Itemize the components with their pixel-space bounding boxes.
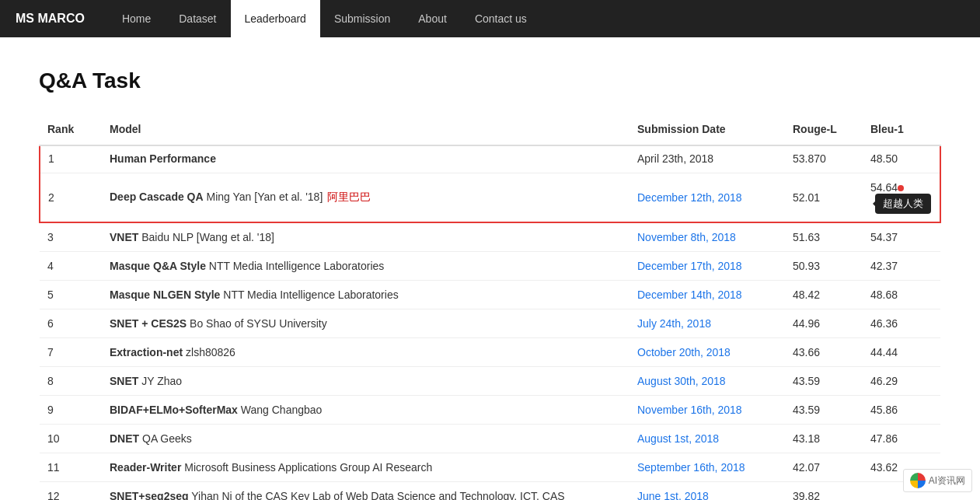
table-row: 6SNET + CES2S Bo Shao of SYSU University…: [40, 309, 940, 338]
date-link[interactable]: June 1st, 2018: [637, 490, 709, 500]
cell-date[interactable]: October 20th, 2018: [630, 338, 785, 367]
nav-home[interactable]: Home: [108, 0, 165, 37]
cell-date[interactable]: August 30th, 2018: [630, 367, 785, 396]
cell-bleu: 48.50: [863, 145, 940, 173]
cell-rouge: 39.82: [785, 482, 863, 501]
cell-bleu: 46.36: [863, 309, 940, 338]
col-header-model: Model: [102, 117, 630, 145]
cell-date[interactable]: December 17th, 2018: [630, 252, 785, 281]
col-header-date: Submission Date: [630, 117, 785, 145]
cell-rouge: 43.59: [785, 367, 863, 396]
cell-rouge: 52.01: [785, 173, 863, 223]
cell-rouge: 53.870: [785, 145, 863, 173]
table-row: 9BIDAF+ELMo+SofterMax Wang ChangbaoNovem…: [40, 396, 940, 425]
cell-rank: 5: [40, 281, 102, 309]
model-name-bold: BIDAF+ELMo+SofterMax: [110, 404, 238, 416]
nav-submission[interactable]: Submission: [320, 0, 404, 37]
cell-model: BIDAF+ELMo+SofterMax Wang Changbao: [102, 396, 630, 425]
cell-date[interactable]: December 14th, 2018: [630, 281, 785, 309]
model-chinese-name: 阿里巴巴: [327, 191, 371, 203]
table-row: 11Reader-Writer Microsoft Business Appli…: [40, 453, 940, 482]
table-row: 8SNET JY ZhaoAugust 30th, 201843.5946.29: [40, 367, 940, 396]
date-link[interactable]: December 17th, 2018: [637, 260, 742, 272]
cell-date[interactable]: July 24th, 2018: [630, 309, 785, 338]
col-header-rouge: Rouge-L: [785, 117, 863, 145]
model-name-rest: Wang Changbao: [238, 404, 322, 416]
cell-rouge: 43.59: [785, 396, 863, 425]
table-row: 12SNET+seq2seq Yihan Ni of the CAS Key L…: [40, 482, 940, 501]
cell-rouge: 51.63: [785, 222, 863, 252]
date-link[interactable]: October 20th, 2018: [637, 346, 731, 358]
cell-bleu: 47.86: [863, 425, 940, 453]
cell-rouge: 50.93: [785, 252, 863, 281]
model-name-rest: Microsoft Business Applications Group AI…: [181, 461, 432, 474]
model-name-bold: VNET: [110, 231, 138, 243]
cell-model: VNET Baidu NLP [Wang et al. '18]: [102, 222, 630, 252]
date-link[interactable]: December 12th, 2018: [637, 191, 742, 204]
model-name-bold: Human Performance: [110, 152, 216, 165]
date-link[interactable]: July 24th, 2018: [637, 317, 711, 330]
nav-contact[interactable]: Contact us: [461, 0, 541, 37]
cell-bleu: 45.86: [863, 396, 940, 425]
cell-date: April 23th, 2018: [630, 145, 785, 173]
table-row: 2Deep Cascade QA Ming Yan [Yan et al. '1…: [40, 173, 940, 223]
model-name-rest: Yihan Ni of the CAS Key Lab of Web Data …: [189, 490, 565, 500]
date-link[interactable]: August 30th, 2018: [637, 375, 726, 387]
exceeds-human-badge: 超越人类: [875, 194, 931, 214]
cell-date[interactable]: December 12th, 2018: [630, 173, 785, 223]
brand-logo: MS MARCO: [16, 12, 85, 26]
nav-dataset[interactable]: Dataset: [165, 0, 230, 37]
cell-rank: 6: [40, 309, 102, 338]
cell-model: Human Performance: [102, 145, 630, 173]
cell-model: SNET JY Zhao: [102, 367, 630, 396]
cell-model: Masque NLGEN Style NTT Media Intelligenc…: [102, 281, 630, 309]
date-link[interactable]: December 14th, 2018: [637, 288, 742, 301]
cell-rouge: 43.66: [785, 338, 863, 367]
cell-date[interactable]: June 1st, 2018: [630, 482, 785, 501]
table-row: 1Human PerformanceApril 23th, 201853.870…: [40, 145, 940, 173]
page-title: Q&A Task: [39, 68, 941, 93]
model-name-bold: DNET: [110, 432, 139, 445]
cell-date[interactable]: September 16th, 2018: [630, 453, 785, 482]
nav-about[interactable]: About: [404, 0, 461, 37]
model-name-rest: zlsh80826: [183, 346, 235, 358]
cell-bleu: 48.68: [863, 281, 940, 309]
table-row: 3VNET Baidu NLP [Wang et al. '18]Novembe…: [40, 222, 940, 252]
cell-rank: 8: [40, 367, 102, 396]
watermark-icon: [910, 473, 926, 488]
model-name-bold: Reader-Writer: [110, 461, 181, 474]
cell-rank: 11: [40, 453, 102, 482]
col-header-bleu: Bleu-1: [863, 117, 940, 145]
nav-leaderboard[interactable]: Leaderboard: [231, 0, 320, 37]
cell-rank: 7: [40, 338, 102, 367]
cell-rank: 9: [40, 396, 102, 425]
table-row: 5Masque NLGEN Style NTT Media Intelligen…: [40, 281, 940, 309]
cell-date[interactable]: August 1st, 2018: [630, 425, 785, 453]
date-link[interactable]: August 1st, 2018: [637, 432, 719, 445]
cell-date[interactable]: November 16th, 2018: [630, 396, 785, 425]
cell-model: Masque Q&A Style NTT Media Intelligence …: [102, 252, 630, 281]
main-content: Q&A Task Rank Model Submission Date Roug…: [0, 37, 980, 500]
cell-bleu: 46.29: [863, 367, 940, 396]
cell-model: Reader-Writer Microsoft Business Applica…: [102, 453, 630, 482]
cell-rank: 10: [40, 425, 102, 453]
model-name-bold: Masque NLGEN Style: [110, 288, 220, 301]
nav-links: Home Dataset Leaderboard Submission Abou…: [108, 0, 541, 37]
model-name-rest: QA Geeks: [139, 432, 192, 445]
watermark-badge: AI资讯网: [903, 469, 972, 492]
date-link[interactable]: November 16th, 2018: [637, 404, 742, 416]
cell-bleu: 42.37: [863, 252, 940, 281]
cell-rank: 12: [40, 482, 102, 501]
table-row: 4Masque Q&A Style NTT Media Intelligence…: [40, 252, 940, 281]
model-name-bold: Masque Q&A Style: [110, 260, 206, 272]
cell-model: SNET + CES2S Bo Shao of SYSU University: [102, 309, 630, 338]
model-name-rest: JY Zhao: [138, 375, 182, 387]
cell-model: DNET QA Geeks: [102, 425, 630, 453]
date-link[interactable]: September 16th, 2018: [637, 461, 745, 474]
cell-rank: 3: [40, 222, 102, 252]
exceeds-dot: [898, 185, 904, 191]
cell-date[interactable]: November 8th, 2018: [630, 222, 785, 252]
cell-bleu: 44.44: [863, 338, 940, 367]
cell-model: Extraction-net zlsh80826: [102, 338, 630, 367]
date-link[interactable]: November 8th, 2018: [637, 231, 736, 243]
